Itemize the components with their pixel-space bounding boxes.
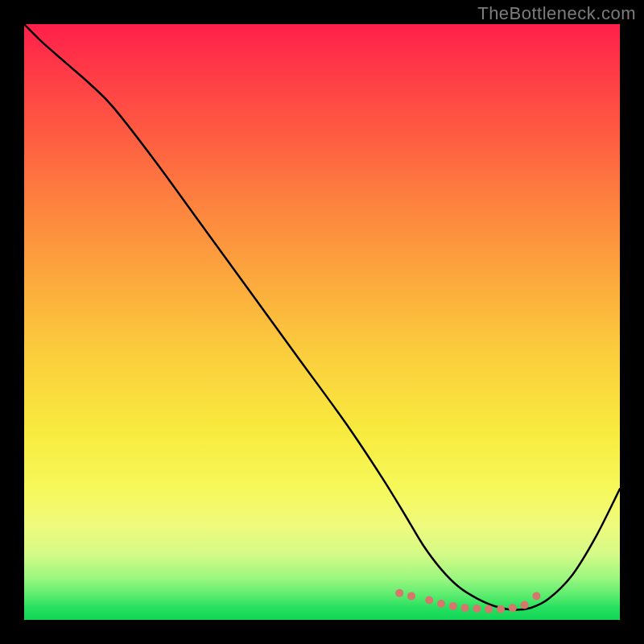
optimal-dot — [395, 589, 403, 597]
optimal-dot — [461, 604, 469, 612]
optimal-dot — [497, 605, 505, 613]
chart-overlay-svg — [24, 24, 620, 620]
optimal-dot — [485, 605, 493, 613]
optimal-dot — [407, 592, 415, 600]
optimal-dot — [532, 592, 540, 600]
optimal-dot — [509, 604, 517, 612]
bottleneck-chart-root: TheBottleneck.com — [0, 0, 644, 644]
plot-area — [24, 24, 620, 620]
optimal-dot — [437, 600, 445, 608]
optimal-dot — [521, 601, 529, 609]
bottleneck-curve — [24, 24, 620, 610]
optimal-dot — [473, 605, 481, 613]
watermark-text: TheBottleneck.com — [477, 3, 636, 24]
optimal-dot — [425, 597, 433, 605]
optimal-dot — [449, 602, 457, 610]
